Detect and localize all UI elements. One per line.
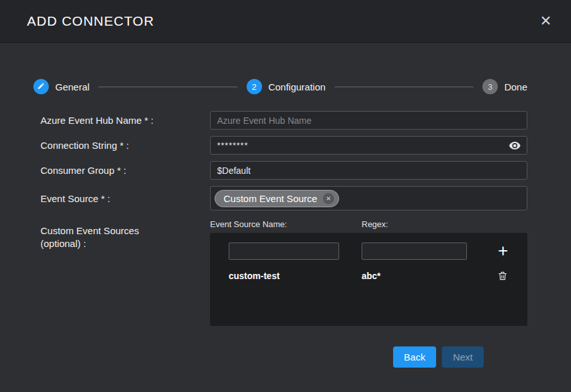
remove-chip-icon[interactable]: ✕: [323, 193, 334, 204]
event-source-chip: Custom Event Source ✕: [215, 190, 339, 207]
custom-event-sources-row: Custom Event Sources (optional) : Event …: [40, 219, 527, 326]
custom-event-sources-label: Custom Event Sources (optional) :: [40, 219, 163, 251]
custom-source-entry-row: +: [229, 243, 508, 260]
name-column-header: Event Source Name:: [210, 219, 362, 229]
stepper-line: [335, 87, 473, 87]
step1-indicator: [33, 79, 49, 94]
event-source-label: Event Source * :: [40, 193, 210, 204]
close-icon[interactable]: ✕: [540, 14, 552, 28]
next-button[interactable]: Next: [442, 346, 484, 368]
custom-sources-headers: Event Source Name: Regex:: [210, 219, 527, 229]
step1-label: General: [55, 81, 89, 92]
regex-column-header: Regex:: [362, 219, 388, 229]
custom-source-name-value: custom-test: [229, 271, 339, 281]
dialog-footer: Back Next: [40, 332, 527, 368]
dialog-header: ADD CONNECTOR ✕: [0, 0, 571, 43]
pencil-icon: [37, 82, 45, 92]
event-source-row: Event Source * : Custom Event Source ✕: [40, 186, 527, 210]
azure-event-hub-name-input[interactable]: [210, 111, 527, 130]
step3-indicator: 3: [482, 79, 498, 94]
back-button[interactable]: Back: [393, 346, 436, 368]
event-source-chip-label: Custom Event Source: [224, 193, 317, 204]
consumer-group-input[interactable]: [210, 161, 527, 180]
connection-string-label: Connection String * :: [40, 140, 210, 151]
connection-string-field: [210, 136, 527, 155]
event-source-input[interactable]: Custom Event Source ✕: [210, 186, 527, 210]
azure-event-hub-name-label: Azure Event Hub Name * :: [40, 115, 210, 126]
step-configuration[interactable]: 2 Configuration: [247, 79, 326, 94]
event-source-name-input[interactable]: [229, 243, 339, 260]
step-general[interactable]: General: [33, 79, 89, 94]
dialog-title: ADD CONNECTOR: [27, 13, 154, 29]
custom-source-regex-value: abc*: [362, 271, 467, 281]
regex-input[interactable]: [362, 243, 467, 260]
connector-form: Azure Event Hub Name * : Connection Stri…: [0, 94, 571, 368]
consumer-group-label: Consumer Group * :: [40, 165, 210, 176]
eye-icon[interactable]: [509, 139, 521, 151]
add-connector-dialog: ADD CONNECTOR ✕ General 2 Configuration …: [0, 0, 571, 392]
add-row-icon[interactable]: +: [498, 243, 508, 260]
custom-event-sources-section: Event Source Name: Regex: +: [210, 219, 527, 326]
custom-sources-panel: + custom-test abc*: [210, 233, 527, 326]
custom-source-table-row: custom-test abc*: [229, 270, 508, 282]
step2-label: Configuration: [268, 81, 326, 92]
azure-event-hub-name-row: Azure Event Hub Name * :: [40, 111, 527, 130]
connection-string-row: Connection String * :: [40, 136, 527, 155]
trash-icon[interactable]: [497, 270, 508, 282]
consumer-group-row: Consumer Group * :: [40, 161, 527, 180]
step2-indicator: 2: [247, 79, 262, 94]
stepper: General 2 Configuration 3 Done: [33, 79, 527, 94]
stepper-line: [98, 87, 237, 87]
step-done: 3 Done: [482, 79, 527, 94]
step3-label: Done: [504, 81, 527, 92]
connection-string-input[interactable]: [210, 136, 527, 155]
